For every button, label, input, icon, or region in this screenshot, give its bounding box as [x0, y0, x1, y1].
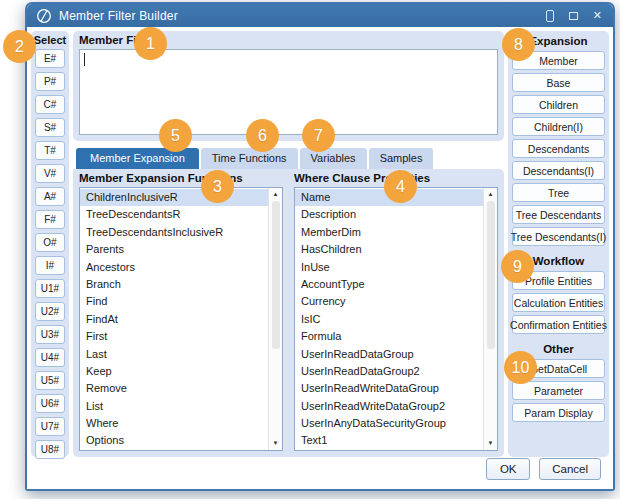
list-item[interactable]: Formula: [295, 328, 483, 345]
annotation-callout: 2: [3, 30, 36, 63]
tab[interactable]: Variables: [300, 148, 367, 169]
scroll-up-icon[interactable]: ▲: [273, 190, 279, 199]
dimension-token-button[interactable]: O#: [35, 233, 65, 252]
cancel-button[interactable]: Cancel: [539, 458, 601, 480]
dimension-token-button[interactable]: T#: [35, 141, 65, 160]
list-item[interactable]: FindAt: [80, 311, 268, 328]
properties-column: Where Clause Properties NameDescriptionM…: [294, 172, 498, 451]
dimension-token-button[interactable]: U4#: [35, 348, 65, 367]
member-filter-builder-dialog: Member Filter Builder ✕ Select E#P#C#S#T…: [25, 2, 615, 491]
dialog-footer: OK Cancel: [31, 457, 609, 489]
functions-scrollbar[interactable]: ▲ ▼: [268, 188, 282, 450]
annotation-callout: 3: [201, 170, 234, 203]
dimension-token-button[interactable]: S#: [35, 118, 65, 137]
dimension-token-button[interactable]: E#: [35, 49, 65, 68]
properties-listbox: NameDescriptionMemberDimHasChildrenInUse…: [294, 187, 498, 451]
annotation-callout: 9: [501, 250, 534, 283]
list-item[interactable]: IsIC: [295, 311, 483, 328]
pin-icon[interactable]: [546, 10, 554, 22]
expansion-button[interactable]: Children: [512, 95, 605, 114]
expansion-button[interactable]: Descendants(I): [512, 161, 605, 180]
list-item[interactable]: TreeDescendantsInclusiveR: [80, 224, 268, 241]
expansion-button[interactable]: Tree Descendants(I): [512, 227, 605, 246]
list-item[interactable]: Ancestors: [80, 259, 268, 276]
workflow-button[interactable]: Confirmation Entities: [512, 315, 605, 334]
list-item[interactable]: First: [80, 328, 268, 345]
workflow-button[interactable]: Calculation Entities: [512, 293, 605, 312]
dimension-token-button[interactable]: U7#: [35, 417, 65, 436]
expansion-button[interactable]: Descendants: [512, 139, 605, 158]
expansion-button-list: MemberBaseChildrenChildren(I)Descendants…: [512, 51, 605, 246]
dimension-token-button[interactable]: U1#: [35, 279, 65, 298]
list-item[interactable]: ChildrenInclusiveR: [80, 189, 268, 206]
annotation-callout: 1: [134, 27, 167, 60]
window-title: Member Filter Builder: [59, 9, 178, 23]
list-item[interactable]: UserInAnyDataSecurityGroup: [295, 415, 483, 432]
list-item[interactable]: Parents: [80, 241, 268, 258]
onestream-logo-icon: [36, 8, 52, 24]
list-item[interactable]: Where: [80, 415, 268, 432]
dimension-token-button[interactable]: U5#: [35, 371, 65, 390]
list-item[interactable]: MemberDim: [295, 224, 483, 241]
list-item[interactable]: Text1: [295, 432, 483, 449]
dimension-token-button[interactable]: C#: [35, 95, 65, 114]
list-item[interactable]: Find: [80, 293, 268, 310]
list-item[interactable]: UserInReadDataGroup: [295, 346, 483, 363]
other-button[interactable]: Parameter: [512, 381, 605, 400]
tab-row: Member ExpansionTime FunctionsVariablesS…: [73, 148, 504, 169]
functions-header: Member Expansion Functions: [79, 172, 283, 184]
tab[interactable]: Time Functions: [201, 148, 298, 169]
close-icon[interactable]: ✕: [593, 10, 602, 21]
maximize-icon[interactable]: [569, 12, 578, 20]
expansion-button[interactable]: Tree: [512, 183, 605, 202]
other-button[interactable]: Param Display: [512, 403, 605, 422]
functions-listbox: ChildrenInclusiveRTreeDescendantsRTreeDe…: [79, 187, 283, 451]
list-item[interactable]: Last: [80, 346, 268, 363]
scroll-down-icon[interactable]: ▼: [273, 439, 279, 448]
list-item[interactable]: HasChildren: [295, 241, 483, 258]
properties-scrollbar[interactable]: ▲ ▼: [483, 188, 497, 450]
dimension-token-button[interactable]: P#: [35, 72, 65, 91]
list-item[interactable]: UserInReadWriteDataGroup2: [295, 398, 483, 415]
list-item[interactable]: Remove: [80, 380, 268, 397]
select-button-list: E#P#C#S#T#V#A#F#O#I#U1#U2#U3#U4#U5#U6#U7…: [35, 49, 65, 459]
list-item[interactable]: UserInReadWriteDataGroup: [295, 380, 483, 397]
dimension-token-button[interactable]: U3#: [35, 325, 65, 344]
expansion-panel: Expansion MemberBaseChildrenChildren(I)D…: [508, 31, 609, 457]
scroll-down-icon[interactable]: ▼: [488, 439, 494, 448]
list-item[interactable]: Branch: [80, 276, 268, 293]
list-item[interactable]: InUse: [295, 259, 483, 276]
list-item[interactable]: Currency: [295, 293, 483, 310]
expansion-button[interactable]: Base: [512, 73, 605, 92]
expansion-button[interactable]: Children(I): [512, 117, 605, 136]
dimension-token-button[interactable]: A#: [35, 187, 65, 206]
tab[interactable]: Samples: [369, 148, 434, 169]
list-item[interactable]: List: [80, 398, 268, 415]
functions-list: ChildrenInclusiveRTreeDescendantsRTreeDe…: [80, 188, 268, 450]
list-item[interactable]: UserInReadDataGroup2: [295, 363, 483, 380]
expansion-button[interactable]: Tree Descendants: [512, 205, 605, 224]
dimension-token-button[interactable]: V#: [35, 164, 65, 183]
scrollbar-thumb[interactable]: [272, 201, 280, 349]
dimension-token-button[interactable]: U2#: [35, 302, 65, 321]
dimension-token-button[interactable]: I#: [35, 256, 65, 275]
scroll-up-icon[interactable]: ▲: [488, 190, 494, 199]
list-item[interactable]: Options: [80, 432, 268, 449]
titlebar[interactable]: Member Filter Builder ✕: [27, 4, 613, 27]
list-item[interactable]: Description: [295, 206, 483, 223]
annotation-callout: 10: [504, 351, 537, 384]
list-item[interactable]: Keep: [80, 363, 268, 380]
ok-button[interactable]: OK: [486, 458, 530, 480]
dimension-token-button[interactable]: U6#: [35, 394, 65, 413]
scrollbar-thumb[interactable]: [487, 201, 495, 349]
annotation-callout: 7: [302, 119, 335, 152]
annotation-callout: 6: [246, 119, 279, 152]
member-filter-input[interactable]: [79, 49, 498, 135]
dimension-token-button[interactable]: F#: [35, 210, 65, 229]
main-column: Member Filter Member ExpansionTime Funct…: [73, 31, 504, 457]
list-item[interactable]: AccountType: [295, 276, 483, 293]
functions-column: Member Expansion Functions ChildrenInclu…: [79, 172, 283, 451]
list-item[interactable]: TreeDescendantsR: [80, 206, 268, 223]
annotation-callout: 8: [502, 28, 535, 61]
annotation-callout: 4: [384, 170, 417, 203]
